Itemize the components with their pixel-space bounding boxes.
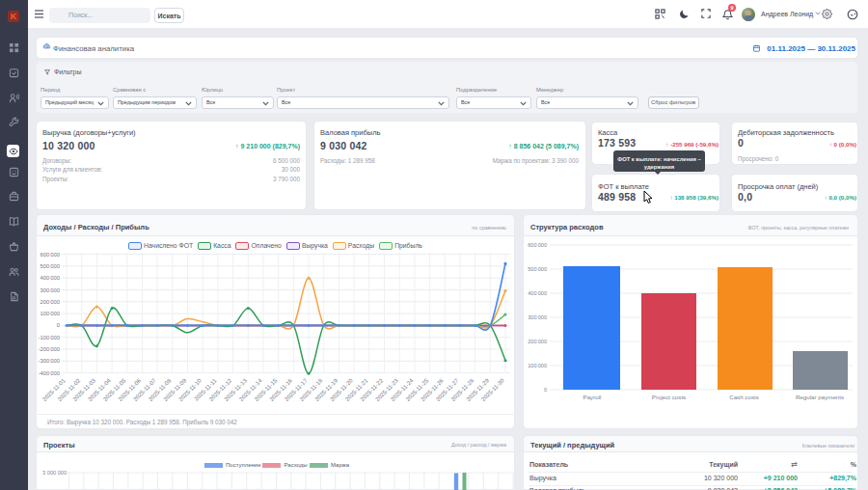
svg-text:500 000: 500 000 (40, 263, 60, 269)
svg-text:-200 000: -200 000 (39, 346, 60, 352)
svg-text:300 000: 300 000 (528, 314, 547, 320)
svg-text:Project costs: Project costs (652, 394, 686, 400)
svg-text:400 000: 400 000 (528, 290, 547, 296)
svg-text:500 000: 500 000 (528, 266, 547, 272)
svg-text:-400 000: -400 000 (39, 370, 60, 376)
svg-text:-300 000: -300 000 (39, 358, 60, 364)
svg-text:0: 0 (544, 387, 547, 393)
svg-text:300 000: 300 000 (40, 287, 60, 293)
svg-text:0: 0 (57, 322, 60, 328)
svg-text:Cash costs: Cash costs (729, 394, 759, 400)
svg-text:-100 000: -100 000 (39, 335, 60, 340)
svg-text:Payroll: Payroll (583, 394, 602, 400)
svg-text:600 000: 600 000 (528, 242, 547, 248)
svg-text:600 000: 600 000 (40, 252, 60, 258)
svg-text:200 000: 200 000 (528, 339, 547, 344)
svg-text:400 000: 400 000 (40, 275, 60, 281)
svg-text:100 000: 100 000 (528, 363, 547, 368)
svg-text:Regular payments: Regular payments (796, 394, 844, 400)
svg-text:100 000: 100 000 (40, 311, 60, 316)
svg-text:200 000: 200 000 (40, 299, 60, 305)
